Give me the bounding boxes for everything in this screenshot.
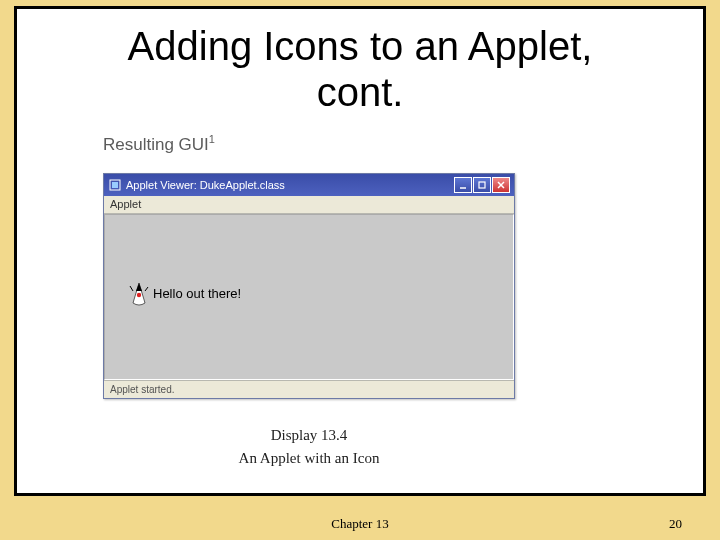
applet-icon <box>108 178 122 192</box>
applet-viewer-window: Applet Viewer: DukeApplet.class Applet <box>103 173 515 399</box>
maximize-button[interactable] <box>473 177 491 193</box>
minimize-icon <box>458 180 468 190</box>
footer-page-number: 20 <box>669 516 682 532</box>
window-titlebar: Applet Viewer: DukeApplet.class <box>104 174 514 196</box>
slide-title: Adding Icons to an Applet, cont. <box>17 9 703 115</box>
content-area: Resulting GUI1 Applet Viewer: DukeApplet… <box>17 115 703 467</box>
minimize-button[interactable] <box>454 177 472 193</box>
slide-title-line2: cont. <box>317 70 404 114</box>
svg-rect-3 <box>479 182 485 188</box>
window-menubar: Applet <box>104 196 514 214</box>
applet-content: Hello out there! <box>104 214 514 380</box>
caption-number: Display 13.4 <box>103 427 515 444</box>
svg-rect-1 <box>112 182 118 188</box>
slide-title-line1: Adding Icons to an Applet, <box>128 24 593 68</box>
caption-description: An Applet with an Icon <box>103 450 515 467</box>
window-buttons <box>454 177 510 193</box>
window-statusbar: Applet started. <box>104 380 514 398</box>
footer-chapter: Chapter 13 <box>0 516 720 532</box>
close-icon <box>496 180 506 190</box>
hello-row: Hello out there! <box>129 281 241 307</box>
resulting-gui-text: Resulting GUI <box>103 135 209 154</box>
resulting-gui-footnote: 1 <box>209 133 215 145</box>
figure-caption: Display 13.4 An Applet with an Icon <box>103 427 515 467</box>
hello-text: Hello out there! <box>153 286 241 301</box>
svg-point-6 <box>137 292 141 296</box>
resulting-gui-label: Resulting GUI1 <box>103 133 703 155</box>
duke-icon <box>129 281 149 307</box>
window-title: Applet Viewer: DukeApplet.class <box>126 179 450 191</box>
close-button[interactable] <box>492 177 510 193</box>
status-text: Applet started. <box>110 384 174 395</box>
maximize-icon <box>477 180 487 190</box>
menu-applet[interactable]: Applet <box>110 198 141 210</box>
slide-frame: Adding Icons to an Applet, cont. Resulti… <box>14 6 706 496</box>
